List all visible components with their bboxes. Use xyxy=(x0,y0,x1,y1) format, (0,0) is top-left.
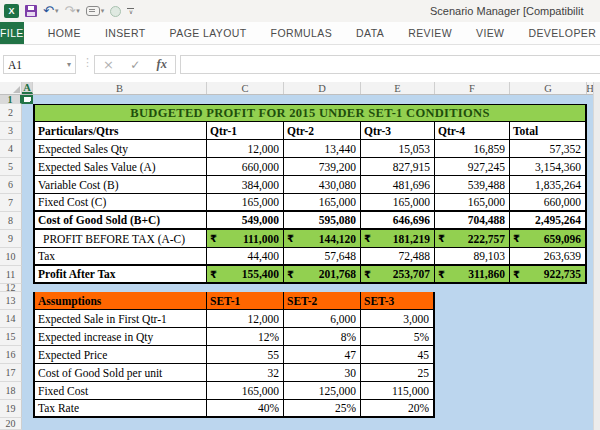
cell-D15[interactable]: 8% xyxy=(284,328,361,346)
cell-D11[interactable]: ₹ 201,768 xyxy=(284,266,361,284)
cell-B6[interactable]: Variable Cost (B) xyxy=(33,176,207,194)
cell-B5[interactable]: Expected Sales Value (A) xyxy=(33,158,207,176)
cell-E9[interactable]: ₹ 181,219 xyxy=(361,230,435,248)
tab-data[interactable]: DATA xyxy=(344,22,396,44)
cell-E13[interactable]: SET-3 xyxy=(361,292,435,310)
cell-D17[interactable]: 30 xyxy=(284,364,361,382)
cell-D4[interactable]: 13,440 xyxy=(284,140,361,158)
cell-D14[interactable]: 6,000 xyxy=(284,310,361,328)
cell-B14[interactable]: Expected Sale in First Qtr-1 xyxy=(33,310,207,328)
cell-A19[interactable] xyxy=(22,400,33,418)
row-header-7[interactable]: 7 xyxy=(0,194,22,212)
cell-G6[interactable]: 1,835,264 xyxy=(510,176,587,194)
tab-review[interactable]: REVIEW xyxy=(396,22,464,44)
cell-G7[interactable]: 660,000 xyxy=(510,194,587,212)
cell-C10[interactable]: 44,400 xyxy=(207,248,284,266)
row-header-5[interactable]: 5 xyxy=(0,158,22,176)
cell-C18[interactable]: 165,000 xyxy=(207,382,284,400)
cell-D18[interactable]: 125,000 xyxy=(284,382,361,400)
row-header-1[interactable]: 1 xyxy=(0,95,22,104)
cell-C9[interactable]: ₹ 111,000 xyxy=(207,230,284,248)
tab-insert[interactable]: INSERT xyxy=(93,22,158,44)
cell-C7[interactable]: 165,000 xyxy=(207,194,284,212)
cell-A13[interactable] xyxy=(22,292,33,310)
customize-qat-button[interactable]: ∨ xyxy=(127,8,134,15)
cell-D19[interactable]: 25% xyxy=(284,400,361,418)
cell-B18[interactable]: Fixed Cost xyxy=(33,382,207,400)
row-header-13[interactable]: 13 xyxy=(0,292,22,310)
tab-home[interactable]: HOME xyxy=(36,22,93,44)
empty-cells[interactable] xyxy=(435,364,593,382)
cell-C15[interactable]: 12% xyxy=(207,328,284,346)
cell-C17[interactable]: 32 xyxy=(207,364,284,382)
tab-formulas[interactable]: FORMULAS xyxy=(259,22,345,44)
row-header-9[interactable]: 9 xyxy=(0,230,22,248)
row-header-12[interactable]: 12 xyxy=(0,284,22,292)
formula-input[interactable] xyxy=(180,55,600,74)
column-header-a[interactable]: A xyxy=(22,82,33,94)
cell-C11[interactable]: ₹ 155,400 xyxy=(207,266,284,284)
column-header-e[interactable]: E xyxy=(361,82,435,94)
cell-A2[interactable] xyxy=(22,104,33,122)
cell-G3[interactable]: Total xyxy=(510,122,587,140)
empty-cells[interactable] xyxy=(435,310,593,328)
cell-E3[interactable]: Qtr-3 xyxy=(361,122,435,140)
cell-E17[interactable]: 25 xyxy=(361,364,435,382)
cell-A5[interactable] xyxy=(22,158,33,176)
column-header-f[interactable]: F xyxy=(435,82,510,94)
cell-A9[interactable] xyxy=(22,230,33,248)
cell-D16[interactable]: 47 xyxy=(284,346,361,364)
cell-E15[interactable]: 5% xyxy=(361,328,435,346)
cell-C14[interactable]: 12,000 xyxy=(207,310,284,328)
cell-B7[interactable]: Fixed Cost (C) xyxy=(33,194,207,212)
cell-B9[interactable]: PROFIT BEFORE TAX (A-C) xyxy=(33,230,207,248)
column-header-g[interactable]: G xyxy=(510,82,587,94)
cell-D7[interactable]: 165,000 xyxy=(284,194,361,212)
empty-cells[interactable] xyxy=(435,292,593,310)
tab-file[interactable]: FILE xyxy=(0,22,24,44)
cell-D6[interactable]: 430,080 xyxy=(284,176,361,194)
cell-A6[interactable] xyxy=(22,176,33,194)
cell-F10[interactable]: 89,103 xyxy=(435,248,510,266)
row-header-6[interactable]: 6 xyxy=(0,176,22,194)
cell-B8[interactable]: Cost of Good Sold (B+C) xyxy=(33,212,207,230)
touch-mode-dropdown-icon[interactable]: ▾ xyxy=(101,7,105,15)
cell-C19[interactable]: 40% xyxy=(207,400,284,418)
cell-E10[interactable]: 72,488 xyxy=(361,248,435,266)
cell-B16[interactable]: Expected Price xyxy=(33,346,207,364)
cell-G8[interactable]: 2,495,264 xyxy=(510,212,587,230)
row-header-11[interactable]: 11 xyxy=(0,266,22,284)
cell-C5[interactable]: 660,000 xyxy=(207,158,284,176)
cell-E19[interactable]: 20% xyxy=(361,400,435,418)
cell-E18[interactable]: 115,000 xyxy=(361,382,435,400)
cell-A10[interactable] xyxy=(22,248,33,266)
cell-E8[interactable]: 646,696 xyxy=(361,212,435,230)
save-button[interactable] xyxy=(25,5,37,17)
cell-B15[interactable]: Expected increase in Qty xyxy=(33,328,207,346)
row-header-3[interactable]: 3 xyxy=(0,122,22,140)
cell-F6[interactable]: 539,488 xyxy=(435,176,510,194)
row-header-16[interactable]: 16 xyxy=(0,346,22,364)
tab-developer[interactable]: DEVELOPER xyxy=(516,22,600,44)
cell-A18[interactable] xyxy=(22,382,33,400)
cell-D10[interactable]: 57,648 xyxy=(284,248,361,266)
row-header-2[interactable]: 2 xyxy=(0,104,22,122)
cell-A3[interactable] xyxy=(22,122,33,140)
cell-A1-selected[interactable] xyxy=(22,95,33,104)
cell-F3[interactable]: Qtr-4 xyxy=(435,122,510,140)
cell-D3[interactable]: Qtr-2 xyxy=(284,122,361,140)
cell-F4[interactable]: 16,859 xyxy=(435,140,510,158)
row-header-4[interactable]: 4 xyxy=(0,140,22,158)
column-header-c[interactable]: C xyxy=(207,82,284,94)
row-header-14[interactable]: 14 xyxy=(0,310,22,328)
worksheet-grid[interactable]: A B C D E F G H 1 2 BUDGETED PROFIT FOR … xyxy=(0,82,593,430)
enter-icon[interactable]: ✓ xyxy=(130,58,140,72)
touch-mode-button[interactable]: ▾ xyxy=(86,6,105,16)
empty-cells[interactable] xyxy=(33,95,593,104)
cell-D5[interactable]: 739,200 xyxy=(284,158,361,176)
cell-F8[interactable]: 704,488 xyxy=(435,212,510,230)
cell-D9[interactable]: ₹ 144,120 xyxy=(284,230,361,248)
cell-D8[interactable]: 595,080 xyxy=(284,212,361,230)
cell-B19[interactable]: Tax Rate xyxy=(33,400,207,418)
cell-B13[interactable]: Assumptions xyxy=(33,292,207,310)
